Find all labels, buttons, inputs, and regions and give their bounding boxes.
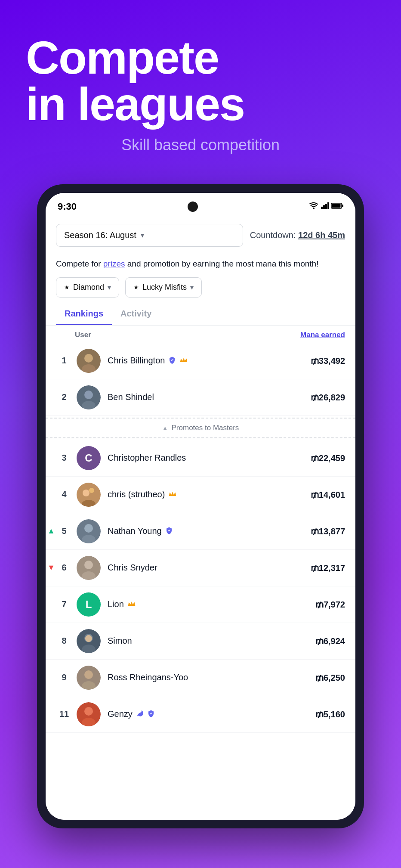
phone: 9:30 [37,184,364,828]
hero-title: Compete in leagues [26,34,375,127]
table-row: ▼ 6 Chris Snyder ₥12,317 [46,550,355,586]
user-info: Ben Shindel [108,392,311,402]
tier-label: Diamond [73,283,104,292]
table-row: 9 Ross Rheingans-Yoo ₥6,250 [46,660,355,696]
user-info: Nathan Young [108,526,311,536]
app-header: Season 16: August ▾ Countdown: 12d 6h 45… [46,217,355,254]
tab-rankings[interactable]: Rankings [56,304,112,325]
svg-point-31 [84,707,93,716]
mana-value: ₥13,877 [311,526,345,536]
user-info: Genzy [108,709,315,719]
rank-number: 2 [56,392,72,402]
phone-inner: 9:30 [46,193,355,820]
mana-value: ₥12,317 [311,563,345,573]
crown-icon [168,490,177,499]
rank-number: 9 [56,673,72,682]
season-label: Season 16: August [64,230,136,240]
svg-rect-0 [321,207,323,209]
promotes-banner: ▲ Promotes to Masters [46,418,355,438]
user-name: Ben Shindel [108,392,154,402]
avatar [77,666,101,690]
rank-number: 1 [56,356,72,366]
prizes-link[interactable]: prizes [103,259,125,268]
svg-point-11 [84,391,93,399]
status-time: 9:30 [58,201,77,212]
phone-wrapper: 9:30 [0,184,401,828]
user-info: Ross Rheingans-Yoo [108,673,315,682]
svg-point-15 [89,488,94,493]
league-label: Lucky Misfits [142,283,187,292]
table-row: 1 Chris Billington [46,343,355,379]
tabs-row: Rankings Activity [46,304,355,326]
user-info: chris (strutheo) [108,490,311,499]
filter-row: ★ Diamond ▾ ★ Lucky Misfits ▾ [46,277,355,304]
user-name: Genzy [108,709,133,719]
tab-activity[interactable]: Activity [112,304,160,325]
mana-value: ₥33,492 [311,356,345,366]
col-user-header: User [56,331,91,339]
user-name: chris (strutheo) [108,490,165,499]
league-filter[interactable]: ★ Lucky Misfits ▾ [125,277,202,298]
shield-badge-icon [168,356,176,366]
svg-rect-1 [323,205,325,209]
rank-number: 11 [56,709,72,719]
rankings-table: User Mana earned 1 [46,326,355,733]
season-dropdown[interactable]: Season 16: August ▾ [56,224,243,247]
promotes-text: Promotes to Masters [172,424,239,432]
rank-number: 3 [56,453,72,463]
mana-value: ₥5,160 [315,709,345,719]
hero-subtitle: Skill based competition [26,136,375,154]
table-row: 2 Ben Shindel ₥26,829 [46,379,355,416]
rank-number: 8 [56,636,72,646]
table-row: 4 chris (strutheo) [46,477,355,513]
camera-dot [188,202,198,212]
tier-filter[interactable]: ★ Diamond ▾ [56,277,119,298]
star-icon-league: ★ [133,284,139,291]
user-name: Chris Billington [108,356,165,366]
svg-rect-3 [327,202,329,209]
avatar [77,385,101,409]
user-info: Lion [108,599,315,609]
avatar [77,519,101,543]
mana-value: ₥6,250 [315,673,345,683]
user-info: Chris Billington [108,356,311,366]
table-row: 8 Simon ₥6,924 [46,623,355,660]
user-name: Christopher Randles [108,453,186,463]
triangle-icon: ▲ [162,425,168,431]
table-row: ▲ 5 Nathan Young [46,513,355,550]
star-icon: ★ [64,284,70,291]
mana-value: ₥22,459 [311,453,345,463]
shield-badge-icon-2 [147,710,155,719]
battery-icon [331,202,343,211]
svg-point-14 [83,490,89,496]
user-name: Nathan Young [108,526,162,536]
avatar [77,629,101,653]
table-header: User Mana earned [46,326,355,343]
rank-number: 5 [56,526,72,536]
trend-up-icon: ▲ [47,527,58,536]
user-info: Christopher Randles [108,453,311,463]
svg-point-18 [84,524,93,533]
mana-value: ₥7,972 [315,599,345,610]
trend-down-icon: ▼ [47,563,58,572]
countdown-text: Countdown: 12d 6h 45m [250,230,345,240]
mana-value: ₥14,601 [311,490,345,500]
chevron-down-icon: ▾ [141,231,144,239]
user-info: Chris Snyder [108,563,311,573]
avatar: L [77,592,101,617]
description-text: Compete for prizes and promotion by earn… [46,254,355,277]
user-name: Chris Snyder [108,563,157,573]
countdown-value: 12d 6h 45m [298,230,345,240]
tier-chevron-icon: ▾ [108,283,111,291]
crown-icon [127,600,136,609]
shield-badge-icon [165,527,173,536]
svg-rect-2 [325,204,327,209]
status-bar: 9:30 [46,193,355,217]
svg-point-8 [84,354,93,363]
signal-icon [321,202,329,211]
rank-number: 7 [56,599,72,609]
mana-value: ₥6,924 [315,636,345,646]
user-info: Simon [108,636,315,646]
avatar [77,349,101,373]
table-row: 7 L Lion ₥7,972 [46,586,355,623]
